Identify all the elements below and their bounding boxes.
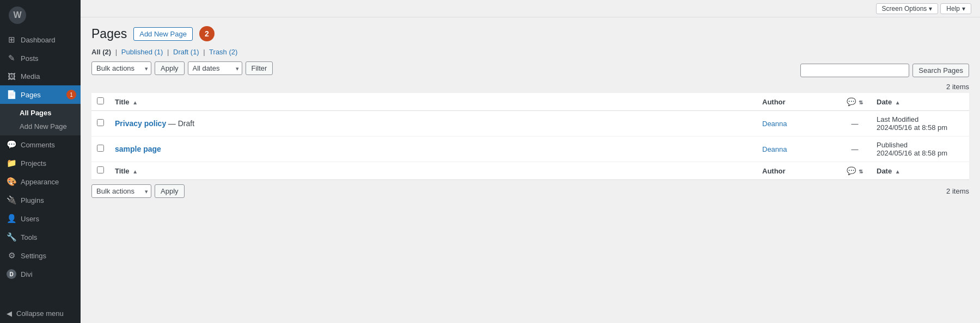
- footer-bulk-actions-select[interactable]: Bulk actions: [91, 184, 151, 198]
- footer-date-label: Date: [877, 167, 892, 175]
- collapse-label: Collapse menu: [16, 309, 64, 318]
- row-checkbox-cell: [91, 111, 109, 136]
- media-icon: 🖼: [7, 72, 16, 81]
- topbar: Screen Options ▾ Help ▾: [81, 0, 980, 17]
- sidebar-item-label: Comments: [21, 141, 55, 149]
- page-header: Pages Add New Page 2: [91, 26, 969, 41]
- filter-draft-link[interactable]: Draft (1): [173, 48, 199, 56]
- row-author-cell: Deanna: [757, 111, 838, 136]
- pages-table: Title ▲ Author 💬 ⇅ Date ▲: [91, 93, 969, 180]
- th-title[interactable]: Title ▲: [109, 93, 757, 111]
- dashboard-icon: ⊞: [7, 35, 16, 45]
- footer-author-label: Author: [762, 167, 786, 175]
- filter-button[interactable]: Filter: [246, 61, 273, 75]
- sidebar-item-users[interactable]: 👤 Users: [0, 209, 81, 228]
- table-row: Privacy policy — Draft Deanna — Last Mod…: [91, 111, 969, 136]
- page-title-link[interactable]: Privacy policy: [115, 119, 166, 128]
- th-footer-title[interactable]: Title ▲: [109, 162, 757, 180]
- date-status: Published: [877, 141, 964, 149]
- th-checkbox: [91, 93, 109, 111]
- sidebar-item-appearance[interactable]: 🎨 Appearance: [0, 172, 81, 191]
- author-link[interactable]: Deanna: [762, 120, 787, 128]
- sidebar-sub-item-add-new-page[interactable]: Add New Page: [0, 120, 81, 133]
- toolbar-right: Search Pages: [800, 64, 969, 77]
- page-title-link[interactable]: sample page: [115, 145, 161, 153]
- th-footer-date[interactable]: Date ▲: [871, 162, 969, 180]
- row-comments-cell: —: [838, 111, 871, 136]
- sidebar-item-comments[interactable]: 💬 Comments: [0, 135, 81, 154]
- sidebar-item-posts[interactable]: ✎ Posts: [0, 49, 81, 67]
- screen-options-button[interactable]: Screen Options ▾: [876, 3, 939, 14]
- th-author: Author: [757, 93, 838, 111]
- sidebar: W ⊞ Dashboard ✎ Posts 🖼 Media 📄 Pages 1 …: [0, 0, 81, 323]
- sidebar-item-divi[interactable]: D Divi: [0, 265, 81, 283]
- sidebar-item-plugins[interactable]: 🔌 Plugins: [0, 191, 81, 209]
- sidebar-sub-item-all-pages[interactable]: All Pages: [0, 106, 81, 120]
- sidebar-item-label: Posts: [21, 54, 39, 63]
- add-new-page-button[interactable]: Add New Page: [133, 27, 193, 41]
- filter-trash-link[interactable]: Trash (2): [209, 48, 237, 56]
- date-status: Last Modified: [877, 115, 964, 123]
- appearance-icon: 🎨: [7, 177, 16, 187]
- row-checkbox[interactable]: [97, 145, 104, 152]
- footer-comments-icon: 💬: [847, 166, 856, 175]
- sidebar-logo: W: [0, 0, 81, 30]
- th-date[interactable]: Date ▲: [871, 93, 969, 111]
- dates-select[interactable]: All dates: [188, 61, 242, 75]
- sidebar-item-label: Pages: [21, 91, 41, 99]
- sidebar-item-settings[interactable]: ⚙ Settings: [0, 246, 81, 265]
- collapse-icon: ◀: [7, 309, 12, 318]
- apply-button[interactable]: Apply: [155, 61, 185, 75]
- table-header-row: Title ▲ Author 💬 ⇅ Date ▲: [91, 93, 969, 111]
- projects-icon: 📁: [7, 158, 16, 168]
- filter-published-link[interactable]: Published (1): [121, 48, 163, 56]
- top-toolbar: Bulk actions Apply All dates Filter: [91, 61, 273, 75]
- th-footer-checkbox: [91, 162, 109, 180]
- comments-sort-icon: ⇅: [859, 100, 863, 105]
- row-date-cell: Published 2024/05/16 at 8:58 pm: [871, 136, 969, 162]
- author-link[interactable]: Deanna: [762, 145, 787, 153]
- pages-icon: 📄: [7, 90, 16, 100]
- footer-title-sort-icon: ▲: [132, 169, 138, 175]
- dates-wrapper: All dates: [188, 61, 242, 75]
- bulk-actions-select[interactable]: Bulk actions: [91, 61, 151, 75]
- sidebar-item-label: Dashboard: [21, 36, 56, 44]
- search-input[interactable]: [800, 64, 909, 77]
- users-icon: 👤: [7, 214, 16, 223]
- posts-icon: ✎: [7, 53, 16, 63]
- screen-options-label: Screen Options: [882, 5, 927, 13]
- footer-apply-button[interactable]: Apply: [155, 184, 185, 198]
- date-value: 2024/05/16 at 8:58 pm: [877, 149, 964, 157]
- table-row: sample page Deanna — Published 2024/05/1…: [91, 136, 969, 162]
- footer-toolbar: Bulk actions Apply 2 items: [91, 184, 969, 198]
- wp-logo-icon: W: [9, 7, 26, 24]
- sidebar-item-media[interactable]: 🖼 Media: [0, 67, 81, 85]
- row-title-cell: sample page: [109, 136, 757, 162]
- select-all-footer-checkbox[interactable]: [97, 166, 104, 173]
- th-footer-comments[interactable]: 💬 ⇅: [838, 162, 871, 180]
- search-pages-button[interactable]: Search Pages: [912, 64, 969, 77]
- row-author-cell: Deanna: [757, 136, 838, 162]
- sidebar-item-label: Divi: [21, 270, 33, 278]
- pages-submenu: All Pages Add New Page: [0, 104, 81, 135]
- settings-icon: ⚙: [7, 251, 16, 260]
- screen-options-chevron-icon: ▾: [929, 5, 932, 13]
- sidebar-item-dashboard[interactable]: ⊞ Dashboard: [0, 30, 81, 49]
- sidebar-item-projects[interactable]: 📁 Projects: [0, 154, 81, 172]
- pages-badge: 1: [66, 90, 76, 100]
- notification-badge: 2: [199, 26, 215, 41]
- sidebar-item-tools[interactable]: 🔧 Tools: [0, 228, 81, 246]
- collapse-menu-button[interactable]: ◀ Collapse menu: [0, 304, 81, 323]
- date-sort-icon: ▲: [895, 100, 901, 105]
- select-all-checkbox[interactable]: [97, 97, 104, 104]
- help-button[interactable]: Help ▾: [940, 3, 971, 14]
- sidebar-item-pages[interactable]: 📄 Pages 1: [0, 85, 81, 104]
- th-comments[interactable]: 💬 ⇅: [838, 93, 871, 111]
- sidebar-item-label: Projects: [21, 159, 46, 167]
- sidebar-item-label: Settings: [21, 252, 46, 260]
- filter-all-link[interactable]: All (2): [91, 48, 111, 56]
- row-checkbox[interactable]: [97, 119, 104, 126]
- plugins-icon: 🔌: [7, 195, 16, 205]
- sidebar-item-label: Tools: [21, 233, 37, 241]
- tools-icon: 🔧: [7, 232, 16, 242]
